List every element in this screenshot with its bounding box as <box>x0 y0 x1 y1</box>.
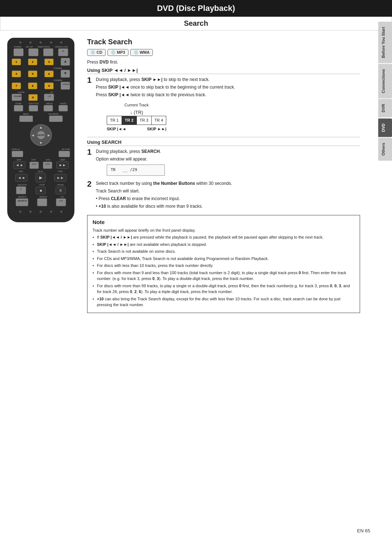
step-1-number: 1 <box>87 76 93 135</box>
format-mp3: 💿 MP3 <box>107 49 128 56</box>
btn-8[interactable]: 8 <box>28 82 37 89</box>
header-title: DVD (Disc Playback) <box>157 4 235 13</box>
note-item-1: Track number will appear briefly on the … <box>93 227 355 234</box>
stop-btn[interactable]: ■ <box>36 187 46 194</box>
pause-btn[interactable]: ⏸ <box>56 187 66 194</box>
step-1-skip: 1 During playback, press SKIP ►►| to ski… <box>87 76 360 135</box>
btn-1[interactable]: 1 <box>12 58 21 65</box>
footer-text: EN 65 <box>357 528 370 533</box>
repeat-btn[interactable] <box>37 198 47 206</box>
channel-down-btn[interactable]: ▼ <box>61 70 70 78</box>
dvr-btn[interactable]: DVR <box>29 162 39 169</box>
format-badges: 💿 CD 💿 MP3 💿 WMA <box>87 49 360 56</box>
text-content: Track Search 💿 CD 💿 MP3 💿 WMA Press DVD … <box>87 34 360 313</box>
step-1-search-number: 1 <box>87 148 93 178</box>
step-1-search-content: During playback, press SEARCH. Option wi… <box>96 148 360 178</box>
btn-plus10[interactable]: +10 <box>44 94 54 101</box>
zoom-btn[interactable] <box>14 105 23 111</box>
note-item-5: For CDs and MP3/WMA, Track Search is not… <box>93 256 355 262</box>
remote-container: POWERSET UPTIMER PROG.OPEN/CLOSE ▲ 1 2 3… <box>7 38 80 313</box>
note-list: Track number will appear briefly on the … <box>93 227 355 308</box>
btn-9[interactable]: 9 <box>44 82 54 89</box>
btn-7[interactable]: 7 <box>12 82 21 89</box>
step-2-search: 2 Select track number by using the Numbe… <box>87 180 360 211</box>
format-wma: 💿 WMA <box>130 49 153 56</box>
play-btn[interactable]: ► <box>36 173 46 182</box>
btn-5[interactable]: 5 <box>28 70 37 77</box>
angle-btn[interactable] <box>44 105 53 111</box>
fwd-btn[interactable]: ►► <box>54 174 66 182</box>
tab-others[interactable]: Others <box>378 138 392 161</box>
rec-btn[interactable]: ● <box>16 186 26 194</box>
note-title: Note <box>93 219 355 225</box>
main-content: POWERSET UPTIMER PROG.OPEN/CLOSE ▲ 1 2 3… <box>0 31 378 317</box>
tab-connections[interactable]: Connections <box>378 64 392 98</box>
clear-btn[interactable]: CLEAR <box>12 94 22 101</box>
mode-btn[interactable]: MODE <box>61 82 70 90</box>
note-item-6: For discs with less than 10 tracks, pres… <box>93 263 355 269</box>
note-item-9: +10 can also bring the Track Search disp… <box>93 296 355 308</box>
search-subsection-title: Using SEARCH <box>87 139 360 146</box>
btn-0[interactable]: 0 <box>28 94 38 101</box>
tab-before-you-start[interactable]: Before You Start <box>378 22 392 63</box>
page-header: DVD (Disc Playback) <box>0 0 392 17</box>
note-section: Note Track number will appear briefly on… <box>87 215 360 313</box>
search-option-box: TR __ /29 <box>107 165 165 176</box>
btn-6[interactable]: 6 <box>44 70 54 77</box>
btn-4[interactable]: 4 <box>12 70 21 77</box>
display-btn[interactable] <box>12 151 23 157</box>
step-2-search-content: Select track number by using the Number … <box>96 180 360 211</box>
press-dvd-text: Press DVD first. <box>87 60 360 65</box>
tab-dvr[interactable]: DVR <box>378 99 392 117</box>
note-item-7: For discs with more than 9 and less than… <box>93 270 355 282</box>
audio-btn[interactable] <box>58 105 68 111</box>
note-item-4: Track Search is not available on some di… <box>93 248 355 255</box>
search-btn[interactable]: SEARCH <box>16 198 28 206</box>
remote: POWERSET UPTIMER PROG.OPEN/CLOSE ▲ 1 2 3… <box>7 38 74 222</box>
menu-btn[interactable] <box>19 115 33 122</box>
track-diagram: Current Track ↓ (TR) TR 1 TR 2 TR 3 TR 4… <box>107 102 166 132</box>
side-tabs: Before You Start Connections DVR DVD Oth… <box>378 22 392 161</box>
open-close-btn[interactable]: ▲ <box>58 48 68 56</box>
skip-back-btn[interactable]: ◄◄ <box>13 161 25 169</box>
section-title: Track Search <box>87 38 360 46</box>
note-item-8: For discs with more than 99 tracks, to p… <box>93 283 355 295</box>
enter-btn[interactable]: ENTER <box>37 131 45 139</box>
skip-subsection-title: Using SKIP ◄◄ / ►►| <box>87 68 360 74</box>
nav-ring[interactable]: ▲ ▼ ◄ ► ENTER <box>30 124 52 146</box>
ab-btn[interactable]: A-B <box>56 198 66 206</box>
subtitle-btn[interactable] <box>29 105 38 111</box>
note-item-2: If SKIP |◄◄ / ►►| are pressed while the … <box>93 234 355 240</box>
btn-2[interactable]: 2 <box>28 58 37 65</box>
step-1-content: During playback, press SKIP ►►| to skip … <box>96 76 360 135</box>
subheader-title: Search <box>184 19 208 27</box>
power-btn[interactable] <box>13 48 24 56</box>
skip-fwd-btn[interactable]: ►► <box>56 161 69 169</box>
page-subheader: Search <box>0 17 392 31</box>
timer-prog-btn[interactable] <box>43 48 53 56</box>
format-cd: 💿 CD <box>87 49 106 56</box>
step-1-search: 1 During playback, press SEARCH. Option … <box>87 148 360 178</box>
top-menu-btn[interactable] <box>49 115 63 122</box>
btn-3[interactable]: 3 <box>44 58 54 65</box>
tab-dvd[interactable]: DVD <box>378 118 392 137</box>
return-btn[interactable] <box>58 151 70 157</box>
page-footer: EN 65 <box>357 528 370 533</box>
dvd-btn[interactable]: DVD <box>43 162 52 169</box>
note-item-3: SKIP |◄◄ / ►►| are not available when pl… <box>93 241 355 248</box>
rev-btn[interactable]: ◄◄ <box>15 174 28 182</box>
setup-btn[interactable] <box>28 48 38 56</box>
step-2-search-number: 2 <box>87 180 93 211</box>
channel-up-btn[interactable]: ▲ <box>61 58 70 66</box>
